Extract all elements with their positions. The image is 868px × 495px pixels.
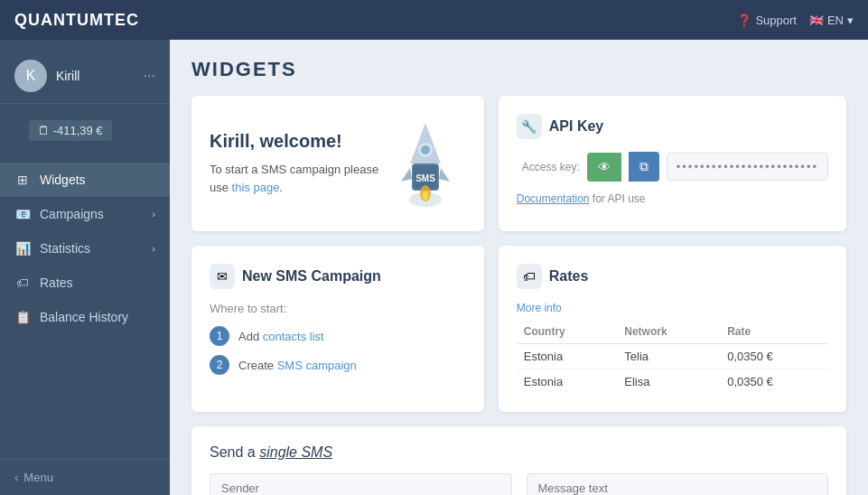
rates-title: Rates [549,268,589,285]
support-link[interactable]: ❓ Support [737,14,797,27]
sidebar-item-label: Balance History [40,310,128,324]
col-rate: Rate [720,322,828,344]
balance-history-icon: 📋 [14,309,31,325]
sidebar-item-label: Rates [40,276,73,290]
sidebar-item-campaigns[interactable]: 📧 Campaigns › [0,197,170,231]
show-key-button[interactable]: 👁 [587,153,621,182]
cell-country: Estonia [517,344,618,369]
cell-rate: 0,0350 € [720,369,828,395]
sidebar-username: Kirill [56,69,135,83]
app-logo: QUANTUMTEC [14,11,139,30]
step-number-2: 2 [210,355,229,375]
send-sms-title: Send a single SMS [210,444,828,461]
step-1-text: Add contacts list [238,330,324,343]
api-key-value: •••••••••••••••••••••••• [667,153,828,181]
col-network: Network [617,322,720,344]
chevron-down-icon: ▾ [847,14,854,27]
sidebar-item-balance-history[interactable]: 📋 Balance History [0,300,170,334]
chevron-right-icon: › [152,243,155,254]
widget-header: ✉ New SMS Campaign [210,264,466,289]
svg-point-10 [423,191,428,201]
sidebar: K Kirill ··· 🗒 -411,39 € ⊞ Widgets 📧 Cam… [0,40,170,495]
menu-label: Menu [23,471,53,484]
sms-campaign-icon: ✉ [210,264,235,289]
sidebar-item-label: Widgets [40,173,86,187]
rates-table-body: Estonia Telia 0,0350 € Estonia Elisa 0,0… [517,344,828,395]
svg-point-8 [421,145,430,154]
sidebar-item-statistics[interactable]: 📊 Statistics › [0,231,170,266]
sidebar-nav: ⊞ Widgets 📧 Campaigns › 📊 Statistics › 🏷… [0,157,170,459]
rates-table-header: Country Network Rate [517,322,828,344]
api-key-row: Access key: 👁 ⧉ •••••••••••••••••••••••• [517,152,828,182]
widget-header: 🏷 Rates [517,264,828,289]
contacts-list-link[interactable]: contacts list [263,330,324,343]
copy-icon: ⧉ [639,159,649,173]
sidebar-user: K Kirill ··· [0,49,170,104]
this-page-link[interactable]: this page [232,181,280,194]
chevron-left-icon: ‹ [14,471,18,484]
welcome-description: To start a SMS campaign please use this … [210,161,385,196]
page-title: WIDGETS [191,58,846,81]
rates-widget: 🏷 Rates More info Country Network Rate [499,246,846,412]
rates-table: Country Network Rate Estonia Telia 0,035… [517,322,828,394]
eye-icon: 👁 [598,160,611,174]
rates-more-info: More info [517,302,828,314]
menu-toggle-button[interactable]: ‹ Menu [0,459,170,495]
cell-network: Elisa [617,369,720,395]
campaigns-icon: 📧 [14,206,31,222]
widget-grid: Kirill, welcome! To start a SMS campaign… [191,96,846,495]
svg-marker-6 [439,168,450,182]
wallet-icon: 🗒 [38,124,50,137]
support-label: Support [755,14,797,27]
svg-marker-5 [401,168,412,182]
statistics-icon: 📊 [14,240,31,257]
topbar-right: ❓ Support 🇬🇧 EN ▾ [737,14,854,27]
flag-icon: 🇬🇧 [809,14,824,27]
cell-network: Telia [617,344,720,369]
table-row: Estonia Elisa 0,0350 € [517,369,828,395]
topbar: QUANTUMTEC ❓ Support 🇬🇧 EN ▾ [0,0,868,40]
where-to-start-label: Where to start: [210,302,466,315]
avatar-initial: K [26,68,36,84]
step-number-1: 1 [210,326,229,346]
sms-campaign-link[interactable]: SMS campaign [277,359,357,372]
access-key-label: Access key: [517,161,580,173]
sms-step-2: 2 Create SMS campaign [210,355,466,375]
sender-input[interactable] [210,473,512,495]
rocket-illustration: SMS [385,114,466,213]
welcome-heading: Kirill, welcome! [210,131,385,152]
sidebar-item-label: Campaigns [40,207,104,221]
api-key-title: API Key [549,118,603,135]
support-icon: ❓ [737,14,751,27]
more-info-link[interactable]: More info [517,302,562,314]
cell-rate: 0,0350 € [720,344,828,369]
language-selector[interactable]: 🇬🇧 EN ▾ [809,14,854,27]
welcome-text: Kirill, welcome! To start a SMS campaign… [210,131,385,196]
copy-key-button[interactable]: ⧉ [629,152,659,182]
message-text-input[interactable] [527,473,829,495]
sidebar-item-rates[interactable]: 🏷 Rates [0,266,170,300]
sidebar-balance: 🗒 -411,39 € [29,120,112,141]
widgets-icon: ⊞ [14,172,31,188]
sidebar-user-menu-button[interactable]: ··· [144,68,155,84]
cell-country: Estonia [517,369,618,395]
welcome-widget: Kirill, welcome! To start a SMS campaign… [191,96,484,231]
main-content: WIDGETS Kirill, welcome! To start a SMS … [170,40,868,495]
send-sms-fields [210,473,828,495]
rates-widget-icon: 🏷 [517,264,542,289]
rates-icon: 🏷 [14,275,31,291]
sidebar-item-widgets[interactable]: ⊞ Widgets [0,163,170,197]
api-key-widget: 🔧 API Key Access key: 👁 ⧉ ••••••••••••••… [499,96,846,231]
table-row: Estonia Telia 0,0350 € [517,344,828,369]
sms-step-1: 1 Add contacts list [210,326,466,346]
sidebar-item-label: Statistics [40,241,90,256]
svg-text:SMS: SMS [415,173,435,183]
api-key-icon: 🔧 [517,114,542,139]
new-sms-title: New SMS Campaign [242,268,381,285]
api-docs-link: Documentation for API use [517,192,828,205]
lang-label: EN [827,14,844,27]
col-country: Country [517,322,618,344]
documentation-link[interactable]: Documentation [517,192,590,205]
chevron-right-icon: › [152,209,155,219]
send-single-sms-widget: Send a single SMS [191,426,846,495]
